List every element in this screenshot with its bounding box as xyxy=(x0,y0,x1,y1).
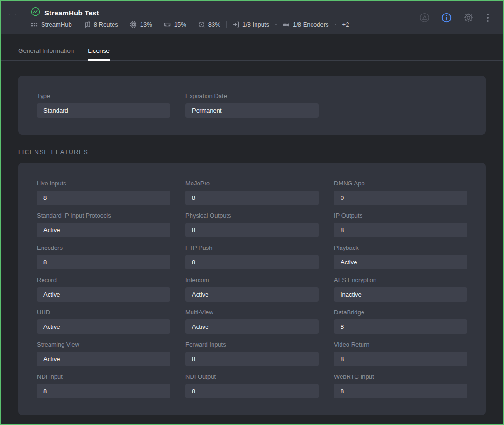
kebab-dot xyxy=(487,14,489,15)
info-icon xyxy=(441,12,452,23)
info-button[interactable] xyxy=(441,12,452,23)
stat-separator xyxy=(192,21,192,28)
expiration-date-field[interactable]: Permanent xyxy=(185,103,319,118)
feature-label: MoJoPro xyxy=(185,180,319,187)
feature-label: Standard IP Input Protocols xyxy=(37,212,170,219)
stat-product-label: StreamHub xyxy=(41,21,72,28)
stat-inputs: 1/8 Inputs xyxy=(232,21,269,28)
feature-cell: UHD Active xyxy=(37,309,170,334)
settings-button[interactable] xyxy=(463,12,474,23)
stat-memory-label: 15% xyxy=(174,21,186,28)
feature-label: Streaming View xyxy=(37,341,170,348)
feature-field[interactable]: 0 xyxy=(334,191,467,205)
stat-routes-label: 8 Routes xyxy=(94,21,118,28)
license-info-panel: Type Standard Expiration Date Permanent xyxy=(18,76,486,135)
feature-field[interactable]: Active xyxy=(37,223,170,237)
stat-more[interactable]: +2 xyxy=(342,21,349,28)
select-device-checkbox[interactable] xyxy=(9,14,16,21)
kebab-dot xyxy=(487,20,489,22)
stat-separator xyxy=(78,21,78,28)
license-features-title: LICENSE FEATURES xyxy=(18,149,486,156)
device-status-icon xyxy=(31,7,40,18)
feature-label: UHD xyxy=(37,309,170,316)
device-detail-window: StreamHub Test StreamHub xyxy=(0,0,504,425)
encoder-icon xyxy=(283,21,290,28)
device-stats-row: StreamHub 8 Routes xyxy=(31,21,349,28)
grid-icon xyxy=(31,21,38,28)
feature-cell: Record Active xyxy=(37,276,170,302)
feature-label: DataBridge xyxy=(334,309,467,316)
feature-cell: Forward Inputs 8 xyxy=(185,341,319,366)
feature-field[interactable]: Active xyxy=(37,352,170,366)
feature-field[interactable]: 8 xyxy=(185,223,319,237)
tab-general-information[interactable]: General Information xyxy=(18,41,74,60)
feature-field[interactable]: 8 xyxy=(185,255,319,269)
field-label: Expiration Date xyxy=(185,92,319,99)
feature-label: AES Encryption xyxy=(334,276,467,283)
feature-cell: WebRTC Input 8 xyxy=(334,373,467,398)
feature-field[interactable]: Active xyxy=(185,287,319,302)
stat-encoders-label: 1/8 Encoders xyxy=(293,21,329,28)
feature-field[interactable]: 8 xyxy=(185,191,319,205)
feature-field[interactable]: Active xyxy=(37,319,170,334)
stat-fan-label: 83% xyxy=(208,21,220,28)
stat-inputs-label: 1/8 Inputs xyxy=(242,21,269,28)
header-actions xyxy=(419,12,490,23)
stat-cpu-label: 13% xyxy=(140,21,152,28)
feature-field[interactable]: Active xyxy=(185,319,319,334)
feature-cell: AES Encryption Inactive xyxy=(334,276,467,302)
feature-cell: DMNG App 0 xyxy=(334,180,467,205)
more-menu-button[interactable] xyxy=(485,13,490,23)
feature-label: Physical Outputs xyxy=(185,212,319,219)
feature-cell: MoJoPro 8 xyxy=(185,180,319,205)
title-block: StreamHub Test StreamHub xyxy=(31,7,349,28)
feature-label: Live Inputs xyxy=(37,180,170,187)
feature-label: Encoders xyxy=(37,244,170,251)
license-info-cell: Expiration Date Permanent xyxy=(185,92,319,118)
feature-cell: Standard IP Input Protocols Active xyxy=(37,212,170,237)
feature-label: Forward Inputs xyxy=(185,341,319,348)
feature-field[interactable]: 8 xyxy=(37,384,170,398)
feature-field[interactable]: 8 xyxy=(334,384,467,398)
header-divider xyxy=(23,8,23,28)
stat-routes: 8 Routes xyxy=(84,21,118,28)
tab-license[interactable]: License xyxy=(88,41,110,60)
feature-cell: NDI Output 8 xyxy=(185,373,319,398)
empty-cell xyxy=(334,92,467,118)
stat-encoders: 1/8 Encoders xyxy=(283,21,329,28)
feature-label: Video Return xyxy=(334,341,467,348)
feature-field[interactable]: 8 xyxy=(334,352,467,366)
feature-cell: Intercom Active xyxy=(185,276,319,302)
feature-field[interactable]: Inactive xyxy=(334,287,467,302)
page-title: StreamHub Test xyxy=(44,9,99,17)
license-type-field[interactable]: Standard xyxy=(37,103,170,118)
input-icon xyxy=(232,21,239,28)
stat-fan: 83% xyxy=(198,21,220,28)
stat-memory: 15% xyxy=(164,21,186,28)
feature-cell: IP Outputs 8 xyxy=(334,212,467,237)
feature-field[interactable]: 8 xyxy=(334,223,467,237)
feature-label: Multi-View xyxy=(185,309,319,316)
feature-cell: Playback Active xyxy=(334,244,467,269)
feature-label: NDI Output xyxy=(185,373,319,380)
license-info-cell: Type Standard xyxy=(37,92,170,118)
feature-field[interactable]: 8 xyxy=(185,352,319,366)
stat-product: StreamHub xyxy=(31,21,72,28)
feature-field[interactable]: 8 xyxy=(334,319,467,334)
gear-icon xyxy=(463,12,474,23)
feature-field[interactable]: 8 xyxy=(185,384,319,398)
stat-cpu: 13% xyxy=(130,21,152,28)
feature-field[interactable]: 8 xyxy=(37,191,170,205)
memory-icon xyxy=(164,21,171,28)
feature-cell: FTP Push 8 xyxy=(185,244,319,269)
feature-cell: Multi-View Active xyxy=(185,309,319,334)
feature-field[interactable]: Active xyxy=(37,287,170,302)
tab-bar: General Information License xyxy=(1,41,503,61)
feature-label: Record xyxy=(37,276,170,283)
alerts-button[interactable] xyxy=(419,12,430,23)
field-label: Type xyxy=(37,92,170,99)
routes-icon xyxy=(84,21,91,28)
feature-field[interactable]: Active xyxy=(334,255,467,269)
fan-icon xyxy=(198,21,205,28)
feature-field[interactable]: 8 xyxy=(37,255,170,269)
